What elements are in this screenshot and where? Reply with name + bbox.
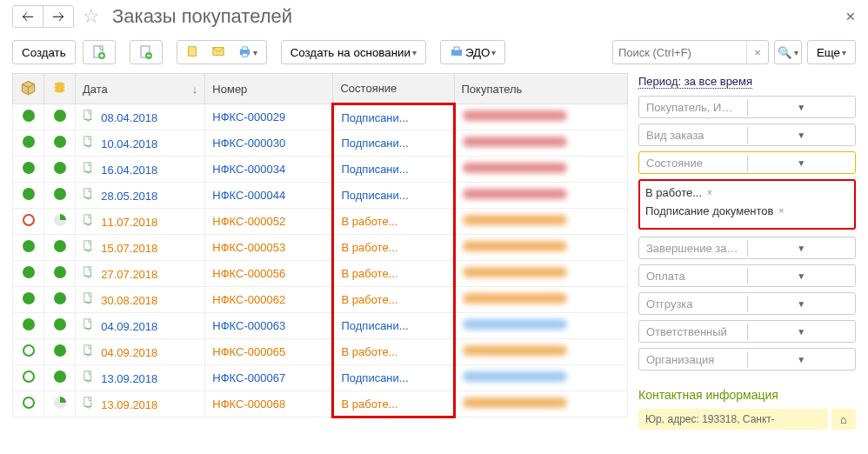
dropdown-icon[interactable]: ▼ xyxy=(747,351,856,368)
more-button[interactable]: Еще▾ xyxy=(807,40,856,64)
toolbar-group: ▾ xyxy=(177,40,267,64)
svg-rect-19 xyxy=(84,241,91,250)
print-button[interactable]: ▾ xyxy=(233,43,263,62)
row-number: НФКС-000044 xyxy=(212,189,285,202)
row-buyer-redacted xyxy=(463,189,567,199)
svg-rect-23 xyxy=(84,345,91,355)
mail-icon xyxy=(212,45,224,59)
row-number: НФКС-000065 xyxy=(212,345,285,358)
paste-icon xyxy=(186,45,198,59)
legal-address: Юр. адрес: 193318, Санкт- xyxy=(638,409,828,430)
row-date: 30.08.2018 xyxy=(101,294,157,307)
col-status2[interactable] xyxy=(44,74,76,104)
dropdown-icon[interactable]: ▼ xyxy=(747,268,856,284)
table-row[interactable]: 16.04.2018 НФКС-000034 Подписани... xyxy=(13,157,628,183)
col-date[interactable]: Дата ↓ xyxy=(76,74,205,104)
remove-tag-icon[interactable]: × xyxy=(778,206,784,216)
filter-completion[interactable]: Завершение заказа ▼ xyxy=(638,237,856,259)
close-icon[interactable]: ✕ xyxy=(845,10,856,23)
table-row[interactable]: 11.07.2018 НФКС-000052 В работе... xyxy=(13,209,628,235)
row-state: В работе... xyxy=(341,293,397,306)
home-button[interactable]: ⌂ xyxy=(831,409,856,430)
doc-icon xyxy=(83,188,95,200)
table-row[interactable]: 04.09.2018 НФКС-000063 Подписани... xyxy=(13,313,628,339)
filter-responsible[interactable]: Ответственный ▼ xyxy=(638,320,856,343)
row-buyer-redacted xyxy=(463,267,567,277)
status-dot-icon xyxy=(23,188,35,200)
dropdown-icon[interactable]: ▼ xyxy=(747,296,856,312)
remove-tag-icon[interactable]: × xyxy=(707,188,712,197)
doc-icon xyxy=(83,292,95,304)
col-buyer[interactable]: Покупатель xyxy=(454,74,628,104)
doc-icon xyxy=(83,214,95,226)
table-row[interactable]: 15.07.2018 НФКС-000053 В работе... xyxy=(13,235,628,261)
row-date: 13.09.2018 xyxy=(101,398,157,411)
back-button[interactable]: 🡠 xyxy=(13,6,43,27)
forward-button[interactable]: 🡢 xyxy=(43,6,73,27)
row-number: НФКС-000067 xyxy=(212,371,285,384)
dropdown-icon: ▾ xyxy=(412,48,417,57)
table-row[interactable]: 10.04.2018 НФКС-000030 Подписани... xyxy=(13,130,628,157)
filter-payment[interactable]: Оплата ▼ xyxy=(638,264,856,287)
row-state: Подписани... xyxy=(341,319,408,332)
state-tag-signing: Подписание документов × xyxy=(645,204,849,217)
paste-button[interactable] xyxy=(181,43,204,62)
create-button[interactable]: Создать xyxy=(12,40,76,64)
search-button[interactable]: 🔍 ▾ xyxy=(774,40,802,64)
favorite-star-icon[interactable]: ☆ xyxy=(83,5,100,28)
row-number: НФКС-000063 xyxy=(212,319,285,332)
col-state[interactable]: Состояние xyxy=(333,74,454,104)
svg-rect-15 xyxy=(84,137,91,146)
clear-search-icon[interactable]: × xyxy=(746,41,768,63)
table-row[interactable]: 28.05.2018 НФКС-000044 Подписани... xyxy=(13,183,628,209)
page-title: Заказы покупателей xyxy=(112,5,292,28)
row-buyer-redacted xyxy=(463,215,567,225)
dropdown-icon[interactable]: ▼ xyxy=(747,155,856,171)
row-number: НФКС-000053 xyxy=(212,241,285,254)
filter-organization[interactable]: Организация ▼ xyxy=(638,348,856,371)
table-row[interactable]: 08.04.2018 НФКС-000029 Подписани... xyxy=(13,104,628,130)
create-based-button[interactable]: Создать на основании▾ xyxy=(281,40,426,64)
mail-button[interactable] xyxy=(207,43,230,62)
row-date: 16.04.2018 xyxy=(101,164,157,177)
row-date: 15.07.2018 xyxy=(101,242,157,255)
doc-icon xyxy=(83,344,95,357)
dropdown-icon[interactable]: ▼ xyxy=(747,240,856,257)
dropdown-icon: ▾ xyxy=(842,48,846,57)
row-state: Подписани... xyxy=(341,371,408,384)
table-row[interactable]: 04.09.2018 НФКС-000065 В работе... xyxy=(13,339,628,365)
print-icon xyxy=(238,45,251,59)
filter-shipment[interactable]: Отгрузка ▼ xyxy=(638,292,856,315)
table-row[interactable]: 13.09.2018 НФКС-000067 Подписани... xyxy=(13,365,628,391)
copy-doc-button[interactable] xyxy=(130,40,163,64)
col-number[interactable]: Номер xyxy=(205,74,333,104)
dropdown-icon[interactable]: ▼ xyxy=(747,324,856,340)
row-state: Подписани... xyxy=(341,163,408,176)
doc-icon xyxy=(83,371,95,383)
status-dot-icon xyxy=(54,188,66,200)
table-row[interactable]: 27.07.2018 НФКС-000056 В работе... xyxy=(13,261,628,287)
edo-button[interactable]: ЭДО▾ xyxy=(440,40,506,64)
create-doc-button[interactable] xyxy=(83,40,116,64)
search-input[interactable] xyxy=(613,43,746,63)
doc-plus-icon xyxy=(92,45,106,59)
col-status1[interactable] xyxy=(13,74,44,104)
svg-rect-17 xyxy=(84,189,91,198)
period-link[interactable]: Период: за все время xyxy=(638,75,752,89)
doc-copy-icon xyxy=(139,45,153,59)
dropdown-icon[interactable]: ▼ xyxy=(747,99,856,116)
row-buyer-redacted xyxy=(463,110,567,121)
filter-order-type[interactable]: Вид заказа ▼ xyxy=(638,124,856,146)
state-tag-working: В работе... × xyxy=(645,186,849,199)
nav-buttons: 🡠 🡢 xyxy=(12,5,74,28)
table-row[interactable]: 30.08.2018 НФКС-000062 В работе... xyxy=(13,287,628,313)
status-dot-icon xyxy=(23,344,35,357)
filter-state[interactable]: Состояние ▼ xyxy=(638,151,856,174)
row-date: 13.09.2018 xyxy=(101,372,157,385)
row-state: Подписани... xyxy=(341,189,408,202)
table-row[interactable]: 13.09.2018 НФКС-000068 В работе... xyxy=(13,391,628,417)
filter-buyer[interactable]: Покупатель, ИНН, телефон ▼ xyxy=(638,96,856,118)
svg-point-13 xyxy=(55,89,65,93)
dropdown-icon: ▾ xyxy=(253,48,257,57)
dropdown-icon[interactable]: ▼ xyxy=(747,127,856,144)
